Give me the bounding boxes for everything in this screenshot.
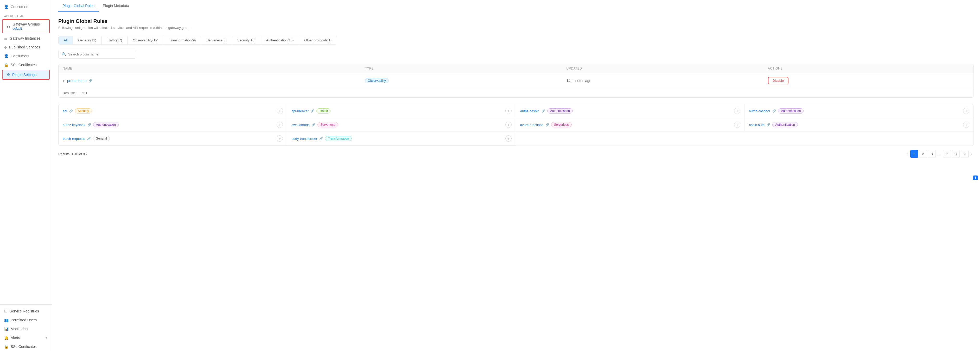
plugin-card-api-breaker: api-breaker 🔗 Traffic +: [287, 104, 516, 118]
pagination-prev[interactable]: ‹: [905, 151, 909, 157]
active-table-results: Results: 1-1 of 1: [59, 88, 974, 97]
sidebar-item-gateway-groups[interactable]: ☷ Gateway Groups default: [2, 19, 50, 34]
plugin-name-batch-requests: batch-requests: [63, 137, 85, 140]
main-content: Plugin Global Rules Plugin Metadata Plug…: [52, 0, 980, 351]
page-btn-2[interactable]: 2: [919, 150, 927, 158]
link-icon: 🔗: [89, 79, 92, 83]
pagination-area: Results: 1-10 of 86 ‹ 1 2 3 ... 7 8 9 ›: [58, 150, 974, 158]
page-btn-8[interactable]: 8: [952, 150, 960, 158]
sidebar-item-consumers-nav[interactable]: 👤 Consumers: [0, 51, 52, 61]
tab-plugin-metadata[interactable]: Plugin Metadata: [99, 0, 133, 12]
col-type: TYPE: [365, 67, 566, 70]
active-plugin-updated: 14 minutes ago: [566, 79, 768, 83]
plugin-link-batch-requests: 🔗: [87, 137, 91, 140]
plugin-badge-authz-casdoor: Authentication: [778, 108, 803, 113]
plugin-badge-aws-lambda: Serverless: [317, 122, 338, 127]
add-plugin-authz-casdoor[interactable]: +: [963, 108, 969, 114]
filter-tab-all[interactable]: All: [59, 36, 73, 44]
plugin-link-authz-casbin: 🔗: [541, 109, 545, 113]
active-plugin-action: Disable: [768, 77, 969, 85]
sidebar-published-services-label: Published Services: [9, 45, 40, 49]
sidebar-item-service-registries[interactable]: ☐ Service Registries: [0, 307, 52, 316]
plugin-link-authz-casdoor: 🔗: [772, 109, 776, 113]
permitted-users-icon: 👥: [4, 318, 9, 322]
row-chevron-icon: ▶: [63, 79, 65, 83]
col-updated: UPDATED: [566, 67, 768, 70]
plugin-name-authz-casbin: authz-casbin: [520, 109, 539, 113]
sidebar-item-monitoring[interactable]: 📊 Monitoring: [0, 324, 52, 333]
add-plugin-authz-casbin[interactable]: +: [734, 108, 740, 114]
tab-plugin-global-rules[interactable]: Plugin Global Rules: [58, 0, 99, 12]
plugin-badge-basic-auth: Authentication: [772, 122, 798, 127]
plugin-link-acl: 🔗: [69, 109, 73, 113]
add-plugin-body-transformer[interactable]: +: [505, 136, 512, 142]
plugin-name-basic-auth: basic-auth: [749, 123, 765, 127]
plugin-badge-azure-functions: Serverless: [551, 122, 572, 127]
filter-tab-authentication[interactable]: Authentication(15): [261, 36, 299, 44]
search-bar: 🔍: [58, 50, 136, 59]
ssl-certs-icon: 🔒: [4, 63, 9, 67]
filter-tab-security[interactable]: Security(10): [232, 36, 261, 44]
plugins-grid: acl 🔗 Security + api-breaker 🔗 Traffic +…: [58, 104, 974, 146]
gateway-instances-icon: ⚌: [4, 36, 8, 40]
alerts-icon: 🔔: [4, 336, 9, 340]
plugin-link-basic-auth: 🔗: [767, 123, 770, 126]
sidebar-consumers-nav-label: Consumers: [11, 54, 29, 58]
sidebar-item-ssl-certs[interactable]: 🔒 SSL Certificates: [0, 61, 52, 69]
sidebar-ssl-certificates-label: SSL Certificates: [11, 345, 37, 349]
page-btn-3[interactable]: 3: [928, 150, 936, 158]
sidebar-plugin-settings-label: Plugin Settings: [12, 73, 37, 77]
active-plugin-type: Observability: [365, 78, 566, 83]
plugin-card-batch-requests: batch-requests 🔗 General +: [59, 132, 287, 145]
filter-tab-traffic[interactable]: Traffic(17): [102, 36, 128, 44]
filter-tab-serverless[interactable]: Serverless(6): [201, 36, 232, 44]
add-plugin-basic-auth[interactable]: +: [963, 121, 969, 128]
sidebar-item-gateway-instances[interactable]: ⚌ Gateway Instances: [0, 34, 52, 43]
plugin-link-azure-functions: 🔗: [546, 123, 549, 126]
plugin-name-azure-functions: azure-functions: [520, 123, 543, 127]
table-row: ▶ prometheus 🔗 Observability 14 minutes …: [59, 73, 974, 88]
page-content-area: Plugin Global Rules Following configurat…: [52, 12, 980, 164]
plugin-card-authz-keycloak: authz-keycloak 🔗 Authentication +: [59, 118, 287, 132]
page-btn-1[interactable]: 1: [910, 150, 918, 158]
plugin-badge-acl: Security: [75, 108, 92, 113]
add-plugin-aws-lambda[interactable]: +: [505, 121, 512, 128]
sidebar-item-permitted-users[interactable]: 👥 Permitted Users: [0, 316, 52, 324]
plugin-link-body-transformer: 🔗: [319, 137, 323, 140]
search-input[interactable]: [68, 52, 133, 56]
sidebar-service-registries-label: Service Registries: [10, 309, 39, 313]
col-actions: ACTIONS: [768, 67, 969, 70]
filter-tab-other[interactable]: Other protocols(1): [299, 36, 337, 44]
sidebar-item-plugin-settings[interactable]: ⚙ Plugin Settings: [2, 70, 50, 80]
col-name: NAME: [63, 67, 365, 70]
filter-tab-observability[interactable]: Observability(19): [127, 36, 164, 44]
sidebar-item-consumers[interactable]: 👤 Consumers: [0, 2, 52, 11]
plugin-card-acl: acl 🔗 Security +: [59, 104, 287, 118]
sidebar-item-alerts[interactable]: 🔔 Alerts ▼: [0, 333, 52, 342]
plugin-badge-authz-keycloak: Authentication: [93, 122, 119, 127]
add-plugin-api-breaker[interactable]: +: [505, 108, 512, 114]
disable-button[interactable]: Disable: [768, 77, 789, 85]
sidebar-consumers-label: Consumers: [11, 5, 29, 9]
sidebar-item-ssl-certificates[interactable]: 🔒 SSL Certificates: [0, 342, 52, 351]
page-btn-7[interactable]: 7: [943, 150, 951, 158]
api-runtime-section: API Runtime: [0, 11, 52, 19]
sidebar-ssl-certs-label: SSL Certificates: [11, 63, 37, 67]
filter-tab-transformation[interactable]: Transformation(9): [164, 36, 201, 44]
add-plugin-batch-requests[interactable]: +: [277, 136, 283, 142]
plugin-name-body-transformer: body-transformer: [291, 137, 317, 140]
add-plugin-azure-functions[interactable]: +: [734, 121, 740, 128]
results-bottom: Results: 1-10 of 86: [58, 152, 87, 156]
sidebar-item-published-services[interactable]: ◆ Published Services: [0, 43, 52, 51]
add-plugin-acl[interactable]: +: [277, 108, 283, 114]
add-plugin-authz-keycloak[interactable]: +: [277, 121, 283, 128]
scroll-badge: 1: [973, 176, 978, 180]
plugin-link-authz-keycloak: 🔗: [88, 123, 91, 126]
plugin-badge-batch-requests: General: [93, 136, 110, 141]
filter-tab-general[interactable]: General(11): [73, 36, 102, 44]
sidebar-monitoring-label: Monitoring: [11, 327, 28, 331]
pagination-next[interactable]: ›: [970, 151, 974, 157]
page-btn-9[interactable]: 9: [961, 150, 969, 158]
plugin-card-body-transformer: body-transformer 🔗 Transformation +: [287, 132, 516, 145]
sidebar-permitted-users-label: Permitted Users: [11, 318, 37, 322]
